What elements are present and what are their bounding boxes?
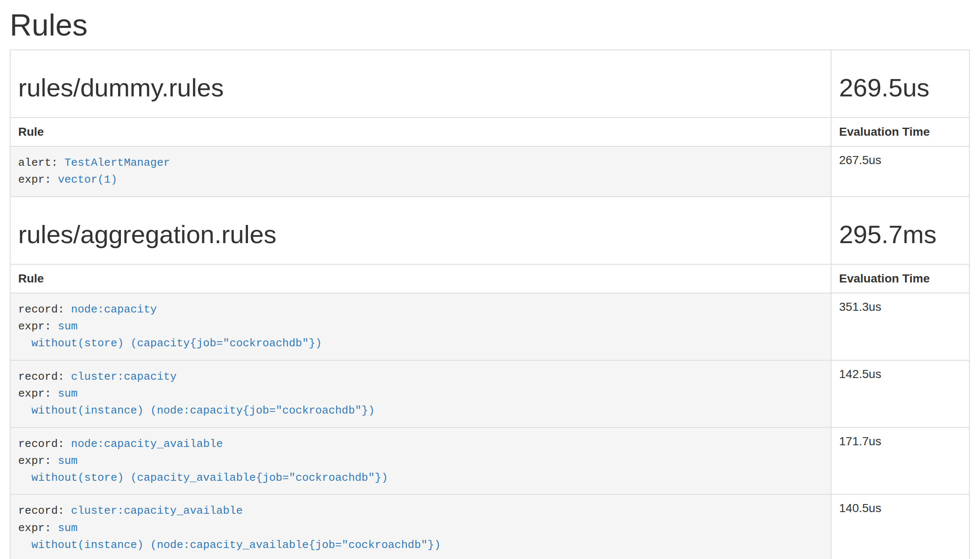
rule-column-header: Rule bbox=[10, 264, 831, 293]
rule-expr-link[interactable]: sum bbox=[58, 455, 78, 467]
rule-expr-line: expr: sum bbox=[18, 318, 823, 335]
rule-expr-continuation-line: without(store) (capacity_available{job="… bbox=[18, 469, 823, 486]
rule-row: record: node:capacity_available expr: su… bbox=[10, 427, 969, 495]
rule-group-header-row: rules/dummy.rules 269.5us bbox=[10, 50, 969, 118]
rule-code: record: node:capacity_available expr: su… bbox=[11, 428, 831, 494]
rule-code-cell: record: cluster:capacity expr: sum witho… bbox=[10, 360, 831, 427]
expr-key-label: expr: bbox=[18, 455, 51, 467]
rule-expr-line: expr: sum bbox=[18, 385, 823, 402]
rule-row: record: cluster:capacity expr: sum witho… bbox=[10, 360, 969, 427]
rule-name-line: record: cluster:capacity_available bbox=[18, 502, 823, 519]
rule-key-label: record: bbox=[18, 438, 64, 450]
rule-code-cell: alert: TestAlertManager expr: vector(1) bbox=[10, 146, 831, 197]
rule-key-label: record: bbox=[18, 504, 64, 517]
rule-name-link[interactable]: cluster:capacity_available bbox=[71, 504, 243, 517]
group-file-cell: rules/aggregation.rules bbox=[10, 197, 831, 264]
rule-expr-continuation-line: without(instance) (node:capacity_availab… bbox=[18, 537, 823, 554]
group-total-eval-time: 269.5us bbox=[839, 74, 961, 102]
time-column-header: Evaluation Time bbox=[831, 264, 969, 293]
rule-expr-link[interactable]: without(store) (capacity{job="cockroachd… bbox=[31, 337, 322, 350]
column-header-row: Rule Evaluation Time bbox=[10, 118, 969, 146]
rule-eval-time: 351.3us bbox=[831, 293, 969, 360]
rule-name-link[interactable]: node:capacity_available bbox=[71, 438, 223, 450]
rule-column-header: Rule bbox=[10, 118, 831, 146]
group-eval-time-cell: 295.7ms bbox=[831, 197, 969, 264]
rule-key-label: record: bbox=[18, 303, 64, 316]
rule-expr-line: expr: vector(1) bbox=[18, 171, 823, 188]
group-file-name: rules/aggregation.rules bbox=[18, 221, 823, 249]
expr-key-label: expr: bbox=[18, 173, 51, 186]
expr-key-label: expr: bbox=[18, 522, 51, 534]
column-header-row: Rule Evaluation Time bbox=[10, 264, 969, 293]
rule-name-link[interactable]: cluster:capacity bbox=[71, 370, 177, 383]
rule-name-line: record: node:capacity_available bbox=[18, 436, 823, 452]
group-file-cell: rules/dummy.rules bbox=[10, 50, 831, 118]
rule-eval-time: 140.5us bbox=[831, 494, 969, 559]
rule-name-line: record: node:capacity bbox=[18, 301, 823, 318]
rule-code-cell: record: node:capacity_available expr: su… bbox=[10, 427, 831, 495]
rule-expr-link[interactable]: vector(1) bbox=[58, 173, 117, 186]
expr-key-label: expr: bbox=[18, 320, 51, 333]
rule-code: record: node:capacity expr: sum without(… bbox=[11, 293, 831, 360]
time-column-header: Evaluation Time bbox=[831, 118, 969, 146]
rule-expr-continuation-line: without(instance) (node:capacity{job="co… bbox=[18, 402, 823, 419]
rule-eval-time: 267.5us bbox=[831, 146, 969, 197]
rule-code: record: cluster:capacity expr: sum witho… bbox=[11, 361, 831, 427]
rule-key-label: record: bbox=[18, 370, 64, 383]
rule-expr-link[interactable]: sum bbox=[58, 320, 78, 333]
rule-name-line: record: cluster:capacity bbox=[18, 368, 823, 385]
rule-eval-time: 171.7us bbox=[831, 427, 969, 495]
rule-expr-line: expr: sum bbox=[18, 452, 823, 469]
rule-expr-link[interactable]: sum bbox=[58, 522, 78, 534]
expr-key-label: expr: bbox=[18, 387, 51, 400]
rule-expr-link[interactable]: without(store) (capacity_available{job="… bbox=[31, 471, 388, 484]
rule-expr-link[interactable]: without(instance) (node:capacity{job="co… bbox=[31, 404, 374, 417]
group-eval-time-cell: 269.5us bbox=[831, 50, 969, 118]
rule-eval-time: 142.5us bbox=[831, 360, 969, 427]
rule-expr-link[interactable]: without(instance) (node:capacity_availab… bbox=[31, 539, 440, 551]
group-total-eval-time: 295.7ms bbox=[839, 221, 961, 249]
rule-expr-continuation-line: without(store) (capacity{job="cockroachd… bbox=[18, 335, 823, 352]
rule-name-link[interactable]: TestAlertManager bbox=[64, 156, 170, 169]
rule-name-link[interactable]: node:capacity bbox=[71, 303, 157, 316]
rule-row: record: node:capacity expr: sum without(… bbox=[10, 293, 969, 360]
rule-code: record: cluster:capacity_available expr:… bbox=[11, 495, 831, 559]
rules-page: Rules rules/dummy.rules 269.5us Rule Eva… bbox=[0, 8, 980, 559]
group-file-name: rules/dummy.rules bbox=[18, 74, 823, 102]
rule-row: alert: TestAlertManager expr: vector(1) … bbox=[10, 146, 969, 197]
rule-code: alert: TestAlertManager expr: vector(1) bbox=[11, 147, 831, 196]
rule-group-header-row: rules/aggregation.rules 295.7ms bbox=[10, 197, 969, 264]
rule-key-label: alert: bbox=[18, 156, 58, 169]
rule-code-cell: record: node:capacity expr: sum without(… bbox=[10, 293, 831, 360]
page-title: Rules bbox=[10, 8, 970, 42]
rule-expr-link[interactable]: sum bbox=[58, 387, 78, 400]
rule-code-cell: record: cluster:capacity_available expr:… bbox=[10, 494, 831, 559]
rule-expr-line: expr: sum bbox=[18, 520, 823, 537]
rule-row: record: cluster:capacity_available expr:… bbox=[10, 494, 969, 559]
rules-table: rules/dummy.rules 269.5us Rule Evaluatio… bbox=[10, 49, 970, 559]
rule-name-line: alert: TestAlertManager bbox=[18, 154, 823, 171]
